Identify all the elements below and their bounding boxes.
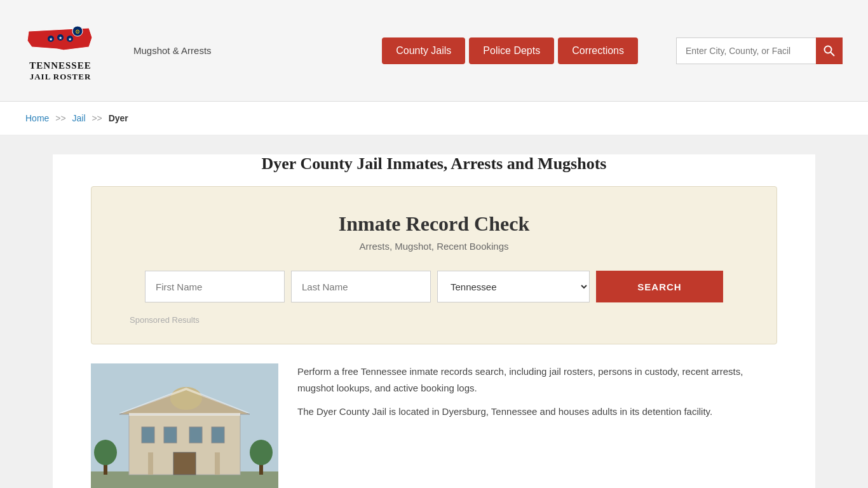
svg-point-25 [94,440,117,465]
svg-rect-17 [142,427,154,443]
svg-rect-21 [173,452,196,475]
bottom-description: Perform a free Tennessee inmate records … [297,363,777,428]
record-check-form: Tennessee Alabama Georgia Kentucky Missi… [130,271,738,302]
svg-point-27 [250,440,273,465]
search-icon [824,45,835,57]
svg-rect-19 [189,427,202,443]
sponsored-results-label: Sponsored Results [130,315,738,325]
first-name-input[interactable] [145,271,285,302]
building-illustration [91,363,278,488]
svg-text:★: ★ [68,37,72,42]
svg-rect-20 [212,427,224,443]
breadcrumb-current: Dyer [109,113,128,123]
svg-text:★: ★ [58,36,62,41]
breadcrumb-sep1: >> [55,113,65,123]
header-search-input[interactable] [676,37,816,64]
svg-line-10 [831,52,834,56]
inmate-record-check-box: Inmate Record Check Arrests, Mugshot, Re… [91,186,777,344]
logo-text: TENNESSEE JAIL ROSTER [29,60,91,83]
record-check-title: Inmate Record Check [130,212,738,236]
header-search-area [676,37,843,64]
last-name-input[interactable] [291,271,431,302]
svg-text:★: ★ [49,37,53,42]
mugshot-arrests-link[interactable]: Mugshot & Arrests [133,45,212,56]
svg-point-9 [825,46,832,53]
site-logo[interactable]: ★ ★ ★ ⚙ TENNESSEE JAIL ROSTER [25,18,95,83]
description-para1: Perform a free Tennessee inmate records … [297,363,777,396]
breadcrumb-home[interactable]: Home [25,113,49,123]
nav-buttons: County Jails Police Depts Corrections [382,37,638,64]
breadcrumb-sep2: >> [92,113,102,123]
page-title: Dyer County Jail Inmates, Arrests and Mu… [65,154,803,173]
svg-rect-28 [129,413,240,416]
corrections-button[interactable]: Corrections [558,37,638,64]
svg-rect-22 [148,452,153,475]
svg-rect-23 [215,452,220,475]
main-content: Dyer County Jail Inmates, Arrests and Mu… [53,154,815,488]
breadcrumb-bar: Home >> Jail >> Dyer [0,102,868,135]
header-search-button[interactable] [816,37,843,64]
breadcrumb: Home >> Jail >> Dyer [25,113,843,123]
svg-rect-18 [164,427,177,443]
record-search-button[interactable]: SEARCH [596,271,723,302]
description-para2: The Dyer County Jail is located in Dyers… [297,403,777,420]
breadcrumb-jail[interactable]: Jail [72,113,86,123]
state-select[interactable]: Tennessee Alabama Georgia Kentucky Missi… [437,271,590,302]
record-check-subtitle: Arrests, Mugshot, Recent Bookings [130,241,738,252]
bottom-section: Perform a free Tennessee inmate records … [91,363,777,488]
svg-rect-16 [182,398,191,406]
police-depts-button[interactable]: Police Depts [469,37,554,64]
jail-building-image [91,363,278,488]
site-header: ★ ★ ★ ⚙ TENNESSEE JAIL ROSTER Mugshot & … [0,0,868,102]
county-jails-button[interactable]: County Jails [382,37,465,64]
svg-text:⚙: ⚙ [75,29,80,35]
tennessee-map-icon: ★ ★ ★ ⚙ [25,18,95,60]
